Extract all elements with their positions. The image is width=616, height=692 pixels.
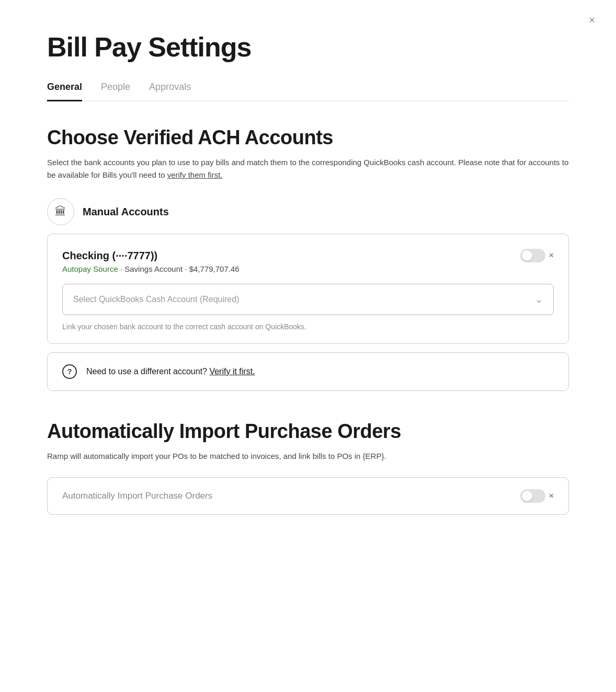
chevron-down-icon: ⌄ <box>535 294 543 305</box>
tab-people[interactable]: People <box>101 82 130 101</box>
account-separator2: · <box>185 264 189 273</box>
account-name: Checking (····7777)) <box>62 250 157 262</box>
import-po-card: Automatically Import Purchase Orders ✕ <box>47 477 569 515</box>
verify-text: Need to use a different account? Verify … <box>86 367 255 376</box>
dropdown-placeholder: Select QuickBooks Cash Account (Required… <box>73 295 239 304</box>
bank-icon: 🏛 <box>47 198 74 225</box>
import-po-toggle[interactable] <box>520 489 545 503</box>
import-toggle-knob <box>522 491 532 501</box>
account-separator: · <box>120 264 124 273</box>
verify-it-first-link[interactable]: Verify it first. <box>209 367 255 376</box>
tab-general[interactable]: General <box>47 82 82 101</box>
toggle-x-icon: ✕ <box>549 252 554 259</box>
verify-banner: ? Need to use a different account? Verif… <box>47 352 569 391</box>
account-card-header: Checking (····7777)) ✕ <box>62 249 554 262</box>
account-type: Savings Account <box>124 264 182 273</box>
tabs: General People Approvals <box>47 82 569 101</box>
question-icon: ? <box>62 364 77 379</box>
import-toggle-x-icon: ✕ <box>549 492 554 500</box>
page-title: Bill Pay Settings <box>47 31 569 63</box>
account-balance: $4,779,707.46 <box>189 264 239 273</box>
ach-section-desc: Select the bank accounts you plan to use… <box>47 156 569 181</box>
account-card: Checking (····7777)) ✕ Autopay Source · … <box>47 234 569 344</box>
dropdown-hint: Link your chosen bank account to the cor… <box>62 322 554 331</box>
import-toggle-wrap: ✕ <box>520 489 554 503</box>
import-section-title: Automatically Import Purchase Orders <box>47 420 569 443</box>
account-meta: Autopay Source · Savings Account · $4,77… <box>62 264 554 273</box>
manual-accounts-header: 🏛 Manual Accounts <box>47 198 569 225</box>
autopay-label: Autopay Source <box>62 264 118 273</box>
toggle-knob <box>522 250 532 261</box>
manual-accounts-label: Manual Accounts <box>83 206 169 218</box>
tab-approvals[interactable]: Approvals <box>149 82 191 101</box>
ach-section-title: Choose Verified ACH Accounts <box>47 126 569 149</box>
import-po-label: Automatically Import Purchase Orders <box>62 491 212 501</box>
close-button[interactable]: × <box>589 15 595 25</box>
import-section-desc: Ramp will automatically import your POs … <box>47 450 569 463</box>
verify-first-link[interactable]: verify them first. <box>167 170 223 179</box>
toggle-wrap: ✕ <box>520 249 554 262</box>
qb-cash-account-dropdown[interactable]: Select QuickBooks Cash Account (Required… <box>62 284 554 315</box>
account-toggle[interactable] <box>520 249 545 262</box>
